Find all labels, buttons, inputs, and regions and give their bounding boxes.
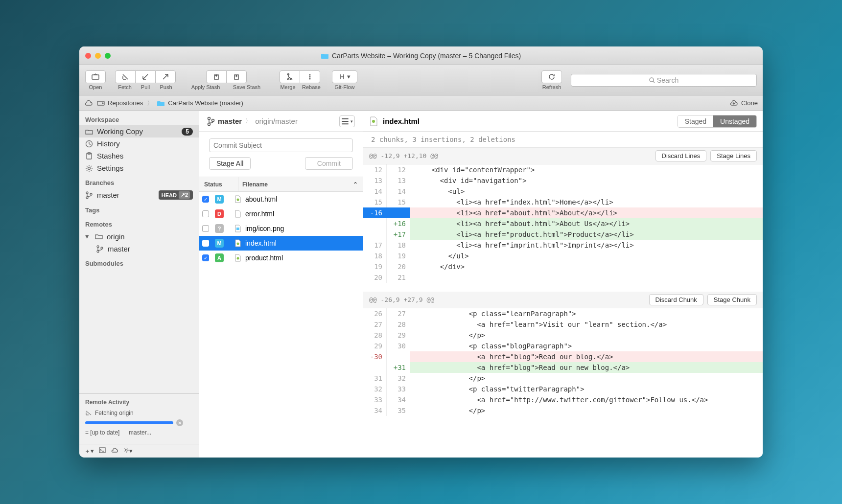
apply-stash-button[interactable] <box>206 70 227 83</box>
file-checkbox[interactable] <box>202 210 209 217</box>
path-current-repo[interactable]: CarParts Website (master) <box>157 99 243 107</box>
file-type-icon <box>234 254 242 262</box>
clock-icon <box>85 140 93 148</box>
push-button[interactable] <box>155 70 176 83</box>
file-row[interactable]: Mindex.html <box>199 236 363 251</box>
view-mode-button[interactable]: ▾ <box>339 115 355 127</box>
terminal-button[interactable] <box>99 447 106 455</box>
diff-summary: 2 chunks, 3 insertions, 2 deletions <box>363 132 763 148</box>
file-list: Mabout.htmlDerror.html?img/icon.pngMinde… <box>199 192 363 458</box>
file-checkbox[interactable] <box>202 240 209 247</box>
save-stash-button[interactable] <box>226 70 247 83</box>
minimize-window-button[interactable] <box>95 53 101 59</box>
file-row[interactable]: ?img/icon.png <box>199 221 363 236</box>
diff-line[interactable]: 2021 <box>363 272 763 283</box>
diff-column: index.html Staged Unstaged 2 chunks, 3 i… <box>363 111 763 458</box>
file-name: about.html <box>245 195 277 203</box>
file-type-icon <box>234 210 242 218</box>
clipboard-icon <box>85 152 93 160</box>
pathbar: Repositories 〉 CarParts Website (master)… <box>79 95 763 111</box>
commit-subject-input[interactable] <box>209 138 353 152</box>
diff-line[interactable]: 2627 <p class="learnParagraph"> <box>363 308 763 319</box>
stage-lines-button[interactable]: Stage Lines <box>710 150 757 161</box>
diff-line[interactable]: 2829 </p> <box>363 330 763 341</box>
sidebar-stashes[interactable]: Stashes <box>79 150 199 162</box>
diff-line[interactable]: 1212 <div id="contentWrapper"> <box>363 164 763 175</box>
diff-line[interactable]: +31 <a href="blog">Read our new blog.</a… <box>363 362 763 373</box>
cancel-activity-button[interactable]: ✕ <box>176 419 183 426</box>
cloud-button[interactable] <box>111 447 118 455</box>
titlebar[interactable]: CarParts Website – Working Copy (master … <box>79 46 763 65</box>
diff-line[interactable]: 1920 </div> <box>363 261 763 272</box>
close-window-button[interactable] <box>85 53 91 59</box>
diff-line[interactable]: +17 <li><a href="product.html">Product</… <box>363 229 763 240</box>
search-input[interactable]: Search <box>571 74 757 87</box>
svg-point-26 <box>212 119 214 121</box>
diff-line[interactable]: 2728 <a href="learn">Visit our "learn" s… <box>363 319 763 330</box>
file-row[interactable]: Mabout.html <box>199 192 363 206</box>
svg-point-11 <box>102 103 103 104</box>
sidebar-remote-origin[interactable]: ▾ origin <box>79 230 199 243</box>
diff-header: index.html Staged Unstaged <box>363 111 763 132</box>
path-cloud[interactable] <box>84 100 93 107</box>
commit-button[interactable]: Commit <box>305 157 353 170</box>
rebase-button[interactable] <box>300 70 320 83</box>
pull-button[interactable] <box>135 70 156 83</box>
filename-column-header[interactable]: Filename <box>242 181 268 188</box>
gitflow-button[interactable]: ▾ <box>332 70 357 83</box>
branch-tracking-row[interactable]: master 〉 origin/master ▾ <box>199 111 363 132</box>
staged-tab[interactable]: Staged <box>678 115 713 127</box>
diff-line[interactable]: 3334 <a href="http://www.twitter.com/git… <box>363 394 763 405</box>
svg-point-25 <box>208 123 210 125</box>
file-checkbox[interactable] <box>202 254 209 261</box>
diff-line[interactable]: 1515 <li><a href="index.html">Home</a></… <box>363 197 763 207</box>
stage-chunk-button[interactable]: Stage Chunk <box>707 294 757 305</box>
file-checkbox[interactable] <box>202 196 209 203</box>
merge-button[interactable] <box>280 70 300 83</box>
refresh-button[interactable] <box>541 70 562 83</box>
sidebar-history[interactable]: History <box>79 137 199 150</box>
status-column-header[interactable]: Status <box>199 177 238 191</box>
diff-line[interactable]: +16 <li><a href="about.html">About Us</a… <box>363 218 763 229</box>
discard-lines-button[interactable]: Discard Lines <box>655 150 707 161</box>
diff-line[interactable]: -16 <li><a href="about.html">About</a></… <box>363 207 763 218</box>
diff-line[interactable]: 3233 <p class="twitterParagraph"> <box>363 384 763 394</box>
diff-line[interactable]: 2930 <p class="blogParagraph"> <box>363 341 763 351</box>
push-icon <box>162 73 169 80</box>
file-row[interactable]: Aproduct.html <box>199 251 363 265</box>
svg-point-18 <box>90 193 92 195</box>
diff-line[interactable]: 3132 </p> <box>363 373 763 384</box>
file-checkbox[interactable] <box>202 225 209 232</box>
diff-line[interactable]: 1414 <ul> <box>363 186 763 197</box>
sidebar-working-copy[interactable]: Working Copy 5 <box>79 125 199 137</box>
file-row[interactable]: Derror.html <box>199 206 363 221</box>
diff-filename: index.html <box>383 117 420 125</box>
gear-menu-button[interactable]: ▾ <box>123 447 133 455</box>
diff-line[interactable]: 1718 <li><a href="imprint.html">Imprint<… <box>363 240 763 251</box>
discard-chunk-button[interactable]: Discard Chunk <box>649 294 703 305</box>
fetch-button[interactable] <box>115 70 136 83</box>
sidebar-settings[interactable]: Settings <box>79 162 199 174</box>
chevron-right-icon: 〉 <box>147 99 153 108</box>
unstaged-tab[interactable]: Unstaged <box>713 115 756 127</box>
disclosure-triangle-icon[interactable]: ▾ <box>85 232 91 241</box>
file-status-badge: M <box>215 239 224 248</box>
zoom-window-button[interactable] <box>105 53 111 59</box>
sidebar-remote-branch-master[interactable]: master <box>79 243 199 255</box>
clone-button[interactable]: Clone <box>729 99 758 107</box>
add-menu-button[interactable]: ＋▾ <box>84 447 94 456</box>
remotes-header: Remotes <box>79 216 199 230</box>
remote-folder-icon <box>95 232 103 240</box>
open-button[interactable] <box>85 70 106 83</box>
diff-line[interactable]: 3435 </p> <box>363 405 763 416</box>
stage-all-button[interactable]: Stage All <box>209 157 251 170</box>
branch-icon <box>96 245 104 253</box>
diff-line[interactable]: 1313 <div id="navigation"> <box>363 175 763 186</box>
svg-point-17 <box>86 197 88 199</box>
workspace-header: Workspace <box>79 111 199 125</box>
sidebar-branch-master[interactable]: master HEAD↗2 <box>79 188 199 202</box>
sort-button[interactable]: ⌃ <box>353 181 358 188</box>
diff-line[interactable]: -30 <a href="blog">Read our blog.</a> <box>363 351 763 362</box>
diff-line[interactable]: 1819 </ul> <box>363 251 763 261</box>
path-repositories[interactable]: Repositories <box>97 99 143 107</box>
